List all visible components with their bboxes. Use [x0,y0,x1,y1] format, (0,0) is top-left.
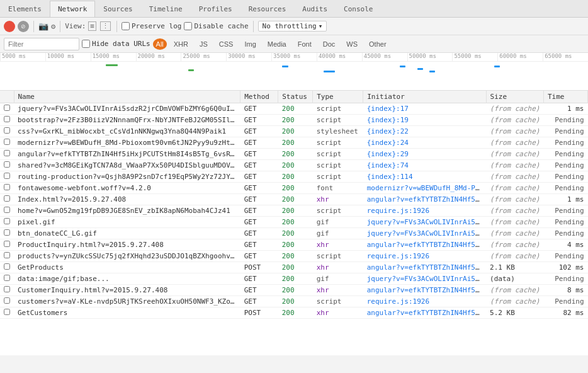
row-checkbox[interactable] [4,263,10,270]
filter-input[interactable] [4,38,79,50]
row-initiator[interactable]: {index}:114 [363,171,486,183]
table-row[interactable]: home?v=GwnO52mg19fpDB9JGE8SnEV_zbIK8apN6… [0,205,588,217]
row-initiator[interactable]: {index}:17 [363,103,486,115]
timeline-bars [0,62,588,90]
tab-resources[interactable]: Resources [240,1,295,17]
filter-ws-button[interactable]: WS [342,39,362,49]
col-header-type[interactable]: Type [313,91,363,103]
col-header-time[interactable]: Time [544,91,588,103]
filter-img-button[interactable]: Img [240,39,260,49]
table-row[interactable]: fontawesome-webfont.woff?v=4.2.0 GET 200… [0,183,588,194]
row-type: script [313,115,363,126]
row-initiator[interactable]: angular?v=efkTYTBTZhIN4Hf5iHxiP... [363,239,486,251]
table-row[interactable]: GetCustomers POST 200 xhr angular?v=efkT… [0,307,588,319]
row-checkbox[interactable] [4,218,10,224]
table-row[interactable]: data:image/gif;base... GET 200 gif jquer… [0,273,588,285]
filter-doc-button[interactable]: Doc [319,39,340,49]
preserve-log-checkbox[interactable]: Preserve log [122,22,181,30]
col-header-status[interactable]: Status [278,91,313,103]
row-checkbox[interactable] [4,173,10,179]
row-checkbox[interactable] [4,150,10,156]
table-row[interactable]: bootstrap?v=2Fz3B0iizV2NnnamQFrx-NbYJNTF… [0,115,588,126]
row-checkbox[interactable] [4,252,10,258]
table-row[interactable]: Index.html?v=2015.9.27.408 GET 200 xhr a… [0,194,588,205]
row-method: GET [240,251,278,262]
view-detail-icon[interactable]: ⋮ [100,21,111,31]
throttle-select[interactable]: No throttling ▾ [258,21,327,32]
table-row[interactable]: CustomerInquiry.html?v=2015.9.27.408 GET… [0,285,588,296]
hide-data-urls-checkbox[interactable]: Hide data URLs [82,40,150,48]
row-checkbox[interactable] [4,241,10,247]
row-checkbox[interactable] [4,309,10,315]
table-row[interactable]: ProductInquiry.html?v=2015.9.27.408 GET … [0,239,588,251]
clear-button[interactable]: ⊘ [18,21,29,32]
tab-network[interactable]: Network [50,1,95,17]
table-row[interactable]: GetProducts POST 200 xhr angular?v=efkTY… [0,262,588,273]
disable-cache-checkbox[interactable]: Disable cache [184,22,248,30]
row-checkbox[interactable] [4,207,10,213]
table-row[interactable]: pixel.gif GET 200 gif jquery?v=FVs3ACwOL… [0,217,588,228]
row-time: Pending [544,137,588,149]
row-checkbox[interactable] [4,297,10,304]
row-checkbox[interactable] [4,275,10,281]
row-method: GET [240,217,278,228]
filter-all-button[interactable]: All [153,38,167,50]
filter-js-button[interactable]: JS [195,39,212,49]
row-initiator[interactable]: {index}:29 [363,149,486,160]
filter-font-button[interactable]: Font [293,39,316,49]
filter-css-button[interactable]: CSS [215,39,238,49]
row-initiator[interactable]: jquery?v=FVs3ACwOLIVInrAi5sdzR2... [363,228,486,239]
row-initiator[interactable]: angular?v=efkTYTBTZhIN4Hf5iHxiP... [363,194,486,205]
row-initiator[interactable]: modernizr?v=wBEWDufH_8Md-Pbi... [363,183,486,194]
row-initiator[interactable]: {index}:24 [363,137,486,149]
filter-other-button[interactable]: Other [365,39,391,49]
row-checkbox[interactable] [4,105,10,111]
row-status: 200 [278,228,313,239]
filter-xhr-button[interactable]: XHR [169,39,193,49]
row-checkbox[interactable] [4,127,10,134]
col-header-initiator[interactable]: Initiator [363,91,486,103]
filter-media-button[interactable]: Media [263,39,291,49]
row-checkbox[interactable] [4,286,10,292]
tab-console[interactable]: Console [336,1,381,17]
row-type: stylesheet [313,126,363,137]
tab-audits[interactable]: Audits [294,1,336,17]
table-row[interactable]: shared?v=3cM8GEiKgTCN7A8d_VWaaP7Xx50PU4D… [0,160,588,171]
row-initiator[interactable]: require.js:1926 [363,251,486,262]
table-row[interactable]: routing-production?v=Qsjh8A9P2snD7cf19Eq… [0,171,588,183]
tab-profiles[interactable]: Profiles [191,1,240,17]
col-header-name[interactable]: Name [14,91,240,103]
row-initiator[interactable]: angular?v=efkTYTBTZhIN4Hf5iHxiP... [363,262,486,273]
row-checkbox[interactable] [4,116,10,122]
row-initiator[interactable]: require.js:1926 [363,205,486,217]
table-row[interactable]: modernizr?v=wBEWDufH_8Md-Pbioxomt90vm6tJ… [0,137,588,149]
table-row[interactable]: btn_donateCC_LG.gif GET 200 gif jquery?v… [0,228,588,239]
table-row[interactable]: angular?v=efkTYTBTZhIN4Hf5iHxjPCUTStHm8I… [0,149,588,160]
view-list-icon[interactable]: ≡ [88,21,96,31]
row-initiator[interactable]: angular?v=efkTYTBTZhIN4Hf5iHxiP... [363,285,486,296]
tab-sources[interactable]: Sources [95,1,140,17]
tab-elements[interactable]: Elements [0,1,50,17]
table-row[interactable]: css?v=GxrKL_mibWocxbt_cCsVd1nNKNgwq3Yna8… [0,126,588,137]
row-initiator[interactable]: jquery?v=FVs3ACwOLIVInrAi5sdzR2... [363,273,486,285]
row-checkbox[interactable] [4,139,10,145]
row-checkbox[interactable] [4,184,10,190]
row-initiator[interactable]: {index}:74 [363,160,486,171]
table-row[interactable]: products?v=ynZUkcSSUc75jq2fXHqhd23uSDDJO… [0,251,588,262]
col-header-method[interactable]: Method [240,91,278,103]
row-time: 1 ms [544,103,588,115]
table-row[interactable]: customers?v=aV-KLe-nvdp5URjTKSreehOXIxuO… [0,296,588,307]
record-button[interactable] [4,21,15,32]
row-initiator[interactable]: angular?v=efkTYTBTZhIN4Hf5iHxiP... [363,307,486,319]
table-row[interactable]: jquery?v=FVs3ACwOLIVInrAi5sdzR2jrCDmVOWF… [0,103,588,115]
row-checkbox[interactable] [4,161,10,168]
row-checkbox[interactable] [4,229,10,236]
tab-timeline[interactable]: Timeline [141,1,191,17]
row-initiator[interactable]: jquery?v=FVs3ACwOLIVInrAi5sdzR2... [363,217,486,228]
col-header-size[interactable]: Size [486,91,543,103]
filter-icon[interactable]: ⚙ [51,22,55,31]
row-initiator[interactable]: {index}:22 [363,126,486,137]
row-initiator[interactable]: require.js:1926 [363,296,486,307]
row-initiator[interactable]: {index}:19 [363,115,486,126]
row-checkbox[interactable] [4,195,10,202]
